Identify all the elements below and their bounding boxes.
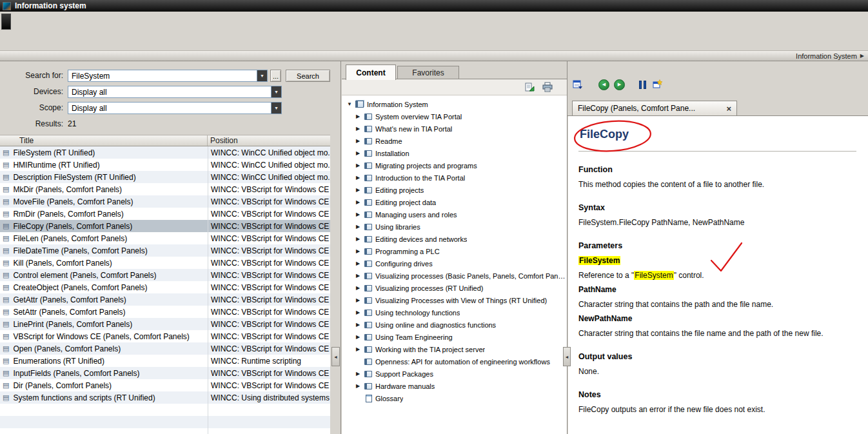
table-row[interactable]: ▤FileSystem (RT Unified)WINCC: WinCC Uni… bbox=[0, 146, 330, 159]
table-row[interactable]: ▤InputFields (Panels, Comfort Panels)WIN… bbox=[0, 367, 330, 379]
expand-arrow-icon[interactable]: ▶ bbox=[356, 248, 364, 254]
tab-content[interactable]: Content bbox=[346, 64, 396, 80]
tree-item[interactable]: ▶Editing project data bbox=[342, 196, 567, 208]
scope-combobox[interactable]: Display all ▼ bbox=[68, 102, 282, 114]
tree-item[interactable]: ▶Configuring drives bbox=[342, 257, 567, 270]
tree-item[interactable]: ▶Programming a PLC bbox=[342, 245, 567, 257]
table-row[interactable]: ▤VBScript for Windows CE (Panels, Comfor… bbox=[0, 330, 330, 342]
scope-value[interactable]: Display all bbox=[68, 103, 271, 113]
search-combobox[interactable]: FileSystem ▼ bbox=[68, 70, 268, 82]
dropdown-arrow-icon[interactable]: ▼ bbox=[271, 103, 281, 113]
table-row[interactable]: ▤MoveFile (Panels, Comfort Panels)WINCC:… bbox=[0, 195, 330, 208]
expand-arrow-icon[interactable]: ▶ bbox=[356, 285, 364, 291]
dropdown-arrow-icon[interactable]: ▼ bbox=[257, 70, 267, 81]
table-row[interactable]: ▤FileCopy (Panels, Comfort Panels)WINCC:… bbox=[0, 220, 330, 232]
table-row[interactable]: ▤Dir (Panels, Comfort Panels)WINCC: VBSc… bbox=[0, 379, 330, 391]
expand-arrow-icon[interactable]: ▶ bbox=[356, 150, 364, 156]
table-row[interactable]: ▤GetAttr (Panels, Comfort Panels)WINCC: … bbox=[0, 293, 330, 306]
expand-arrow-icon[interactable]: ▶ bbox=[356, 383, 364, 389]
tree-item[interactable]: ▶Working with the TIA project server bbox=[342, 343, 567, 355]
tree-item[interactable]: ▶Editing projects bbox=[342, 184, 567, 196]
sync-topic-icon[interactable] bbox=[524, 82, 535, 92]
viewer-tab[interactable]: FileCopy (Panels, Comfort Pane... × bbox=[572, 101, 737, 116]
table-row[interactable]: ▤HMIRuntime (RT Unified)WINCC: WinCC Uni… bbox=[0, 159, 330, 171]
column-header-position[interactable]: Position bbox=[208, 135, 330, 146]
tree-item[interactable]: ▶Using online and diagnostics functions bbox=[342, 319, 567, 331]
column-header-title[interactable]: Title bbox=[0, 135, 208, 146]
tree-item[interactable]: ▶Editing devices and networks bbox=[342, 233, 567, 245]
table-row[interactable]: ▤CreateObject (Panels, Comfort Panels)WI… bbox=[0, 281, 330, 293]
topic-icon: ▤ bbox=[3, 308, 9, 315]
tree-item[interactable]: ▶Installation bbox=[342, 147, 567, 159]
table-row[interactable]: ▤Description FileSystem (RT Unified)WINC… bbox=[0, 171, 330, 183]
table-row[interactable]: ▤Control element (Panels, Comfort Panels… bbox=[0, 269, 330, 281]
search-button[interactable]: Search bbox=[286, 70, 330, 82]
expand-arrow-icon[interactable]: ▶ bbox=[356, 126, 364, 132]
tree-item[interactable]: ▶Migrating projects and programs bbox=[342, 159, 567, 172]
tree-item[interactable]: ▶What's new in TIA Portal bbox=[342, 123, 567, 135]
tree-item[interactable]: ▶Visualizing Processes with View of Thin… bbox=[342, 294, 567, 306]
collapse-arrow-icon[interactable]: ▼ bbox=[347, 101, 355, 107]
expand-arrow-icon[interactable]: ▶ bbox=[356, 371, 364, 377]
expand-arrow-icon[interactable]: ▶ bbox=[356, 199, 364, 205]
tree-item[interactable]: ▶Using Team Engineering bbox=[342, 331, 567, 343]
expand-arrow-icon[interactable]: ▶ bbox=[356, 212, 364, 217]
vertical-splitter-left[interactable]: ◄ bbox=[330, 61, 341, 434]
devices-value[interactable]: Display all bbox=[68, 86, 271, 97]
tree-item[interactable]: ▶Readme bbox=[342, 135, 567, 147]
table-row[interactable]: ▤LinePrint (Panels, Comfort Panels)WINCC… bbox=[0, 318, 330, 330]
table-row[interactable]: ▤Enumerations (RT Unified)WINCC: Runtime… bbox=[0, 355, 330, 367]
table-row[interactable]: ▤FileDateTime (Panels, Comfort Panels)WI… bbox=[0, 244, 330, 257]
start-page-icon[interactable] bbox=[652, 79, 662, 90]
expand-arrow-icon[interactable]: ▶ bbox=[356, 322, 364, 328]
print-icon[interactable] bbox=[542, 82, 553, 92]
expand-arrow-icon[interactable]: ▶ bbox=[356, 261, 364, 266]
expand-arrow-icon[interactable]: ▶ bbox=[356, 113, 364, 119]
tree-item[interactable]: ▶System overview TIA Portal bbox=[342, 110, 567, 123]
pause-icon[interactable] bbox=[639, 81, 646, 89]
tree-item[interactable]: ▶Support Packages bbox=[342, 368, 567, 380]
topic-icon: ▤ bbox=[3, 333, 9, 340]
expand-arrow-icon[interactable]: ▶ bbox=[356, 346, 364, 352]
expand-arrow-icon[interactable]: ▶ bbox=[356, 224, 364, 230]
expand-arrow-icon[interactable]: ▶ bbox=[356, 236, 364, 242]
tree-item[interactable]: ▶Visualizing processes (RT Unified) bbox=[342, 282, 567, 294]
tree-item[interactable]: Glossary bbox=[342, 392, 567, 404]
expand-arrow-icon[interactable]: ▶ bbox=[356, 273, 364, 279]
expand-arrow-icon[interactable]: ▶ bbox=[356, 187, 364, 193]
expand-arrow-icon[interactable]: ▶ bbox=[356, 310, 364, 315]
tree-item[interactable]: ▶Visualizing processes (Basic Panels, Pa… bbox=[342, 270, 567, 282]
table-row[interactable]: ▤Open (Panels, Comfort Panels)WINCC: VBS… bbox=[0, 342, 330, 355]
breadcrumb-item[interactable]: Information System bbox=[796, 52, 857, 60]
devices-combobox[interactable]: Display all ▼ bbox=[68, 86, 282, 98]
expand-arrow-icon[interactable]: ▶ bbox=[356, 334, 364, 340]
tree-item[interactable]: ▶Using technology functions bbox=[342, 306, 567, 319]
table-row[interactable]: ▤MkDir (Panels, Comfort Panels)WINCC: VB… bbox=[0, 183, 330, 195]
close-icon[interactable]: × bbox=[726, 104, 731, 113]
table-row[interactable]: ▤System functions and scripts (RT Unifie… bbox=[0, 391, 330, 404]
expand-arrow-icon[interactable]: ▶ bbox=[356, 163, 364, 168]
show-contents-icon[interactable] bbox=[573, 79, 583, 90]
table-row[interactable]: ▤Kill (Panels, Comfort Panels)WINCC: VBS… bbox=[0, 257, 330, 269]
tree-root[interactable]: ▼ Information System bbox=[342, 98, 567, 110]
search-input[interactable]: FileSystem bbox=[68, 70, 257, 81]
back-icon[interactable]: ◀ bbox=[598, 79, 609, 90]
tree-item[interactable]: ▶Managing users and roles bbox=[342, 208, 567, 221]
expand-arrow-icon[interactable]: ▶ bbox=[356, 175, 364, 181]
tree-item[interactable]: ▶Using libraries bbox=[342, 221, 567, 233]
splitter-collapse-button[interactable]: ◄ bbox=[563, 347, 571, 366]
splitter-collapse-button[interactable]: ◄ bbox=[331, 347, 340, 366]
breadcrumb-chevron-icon[interactable]: ▶ bbox=[860, 53, 864, 59]
table-row[interactable]: ▤RmDir (Panels, Comfort Panels)WINCC: VB… bbox=[0, 208, 330, 220]
table-row[interactable]: ▤FileLen (Panels, Comfort Panels)WINCC: … bbox=[0, 232, 330, 244]
forward-icon[interactable]: ▶ bbox=[614, 79, 625, 90]
tree-item[interactable]: ▶Hardware manuals bbox=[342, 380, 567, 392]
table-row[interactable]: ▤SetAttr (Panels, Comfort Panels)WINCC: … bbox=[0, 306, 330, 318]
tree-item[interactable]: ▶Introduction to the TIA Portal bbox=[342, 172, 567, 184]
tree-item[interactable]: Openness: API for automation of engineer… bbox=[342, 355, 567, 368]
expand-arrow-icon[interactable]: ▶ bbox=[356, 297, 364, 303]
browse-button[interactable]: ... bbox=[270, 70, 281, 82]
dropdown-arrow-icon[interactable]: ▼ bbox=[271, 86, 281, 97]
tab-favorites[interactable]: Favorites bbox=[397, 66, 459, 79]
expand-arrow-icon[interactable]: ▶ bbox=[356, 138, 364, 144]
